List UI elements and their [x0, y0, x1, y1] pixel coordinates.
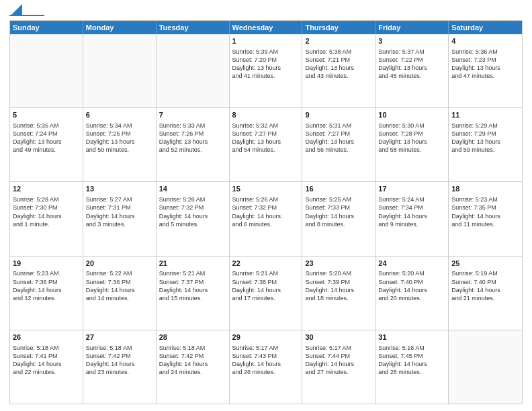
day-number: 3 [378, 36, 445, 46]
cell-line-2: Daylight: 14 hours [86, 212, 153, 220]
cell-line-3: and 14 minutes. [86, 294, 153, 302]
day-number: 21 [159, 259, 226, 269]
cell-line-2: Daylight: 14 hours [86, 360, 153, 368]
cell-line-2: Daylight: 14 hours [378, 286, 445, 294]
day-number: 10 [378, 110, 445, 120]
cell-line-3: and 47 minutes. [451, 72, 519, 80]
cell-line-1: Sunset: 7:34 PM [378, 203, 445, 212]
cell-line-0: Sunrise: 5:21 AM [232, 269, 300, 277]
day-number: 7 [159, 110, 226, 120]
cell-line-3: and 22 minutes. [13, 368, 80, 376]
cell-line-0: Sunrise: 5:29 AM [451, 122, 519, 130]
cell-line-0: Sunrise: 5:35 AM [13, 122, 80, 130]
cell-line-2: Daylight: 14 hours [86, 286, 153, 294]
cell-line-1: Sunset: 7:22 PM [378, 56, 445, 64]
cell-line-2: Daylight: 14 hours [378, 360, 445, 368]
cell-line-1: Sunset: 7:41 PM [13, 352, 80, 360]
calendar-cell-r2-c6: 18Sunrise: 5:23 AMSunset: 7:35 PMDayligh… [449, 182, 522, 255]
weekday-header-tuesday: Tuesday [157, 21, 230, 34]
calendar-row-2: 12Sunrise: 5:28 AMSunset: 7:30 PMDayligh… [10, 182, 522, 256]
cell-line-0: Sunrise: 5:34 AM [86, 122, 153, 130]
cell-line-2: Daylight: 14 hours [159, 360, 226, 368]
day-number: 6 [86, 110, 153, 120]
calendar-cell-r4-c6 [449, 330, 522, 404]
day-number: 9 [305, 110, 372, 120]
logo [9, 7, 44, 16]
cell-line-3: and 23 minutes. [86, 368, 153, 376]
calendar-cell-r3-c2: 21Sunrise: 5:21 AMSunset: 7:37 PMDayligh… [157, 257, 230, 330]
calendar-row-4: 26Sunrise: 5:18 AMSunset: 7:41 PMDayligh… [10, 330, 522, 404]
cell-line-2: Daylight: 13 hours [159, 138, 226, 146]
calendar-body: 1Sunrise: 5:39 AMSunset: 7:20 PMDaylight… [10, 34, 522, 404]
cell-line-2: Daylight: 14 hours [305, 286, 372, 294]
cell-line-0: Sunrise: 5:31 AM [305, 122, 372, 130]
cell-line-0: Sunrise: 5:25 AM [305, 195, 372, 203]
day-number: 11 [451, 110, 519, 120]
calendar-cell-r1-c4: 9Sunrise: 5:31 AMSunset: 7:27 PMDaylight… [302, 108, 375, 181]
cell-line-2: Daylight: 14 hours [451, 212, 519, 220]
day-number: 15 [232, 184, 300, 194]
cell-line-2: Daylight: 14 hours [232, 212, 300, 220]
calendar-cell-r2-c1: 13Sunrise: 5:27 AMSunset: 7:31 PMDayligh… [83, 182, 157, 255]
cell-line-0: Sunrise: 5:33 AM [159, 122, 226, 130]
cell-line-2: Daylight: 13 hours [13, 138, 80, 146]
calendar-cell-r0-c6: 4Sunrise: 5:36 AMSunset: 7:23 PMDaylight… [449, 34, 522, 107]
cell-line-1: Sunset: 7:44 PM [305, 352, 372, 360]
weekday-header-monday: Monday [83, 21, 157, 34]
cell-line-1: Sunset: 7:31 PM [86, 203, 153, 212]
cell-line-1: Sunset: 7:24 PM [13, 130, 80, 138]
cell-line-2: Daylight: 13 hours [86, 138, 153, 146]
calendar-header: SundayMondayTuesdayWednesdayThursdayFrid… [10, 21, 522, 34]
day-number: 18 [451, 184, 519, 194]
cell-line-1: Sunset: 7:28 PM [378, 130, 445, 138]
cell-line-0: Sunrise: 5:17 AM [305, 344, 372, 352]
calendar-cell-r4-c0: 26Sunrise: 5:18 AMSunset: 7:41 PMDayligh… [10, 330, 83, 404]
cell-line-0: Sunrise: 5:23 AM [13, 269, 80, 277]
cell-line-3: and 1 minute. [13, 220, 80, 228]
cell-line-0: Sunrise: 5:26 AM [159, 195, 226, 203]
cell-line-1: Sunset: 7:33 PM [305, 203, 372, 212]
cell-line-1: Sunset: 7:36 PM [13, 278, 80, 286]
day-number: 25 [451, 259, 519, 269]
day-number: 23 [305, 259, 372, 269]
cell-line-0: Sunrise: 5:30 AM [378, 122, 445, 130]
calendar-cell-r0-c3: 1Sunrise: 5:39 AMSunset: 7:20 PMDaylight… [230, 34, 303, 107]
cell-line-3: and 21 minutes. [451, 294, 519, 302]
cell-line-0: Sunrise: 5:21 AM [159, 269, 226, 277]
cell-line-2: Daylight: 13 hours [232, 138, 300, 146]
cell-line-3: and 11 minutes. [451, 220, 519, 228]
calendar-cell-r2-c5: 17Sunrise: 5:24 AMSunset: 7:34 PMDayligh… [375, 182, 449, 255]
calendar-cell-r4-c1: 27Sunrise: 5:18 AMSunset: 7:42 PMDayligh… [83, 330, 157, 404]
cell-line-3: and 41 minutes. [232, 72, 300, 80]
calendar-cell-r3-c6: 25Sunrise: 5:19 AMSunset: 7:40 PMDayligh… [449, 257, 522, 330]
cell-line-3: and 15 minutes. [159, 294, 226, 302]
cell-line-0: Sunrise: 5:19 AM [451, 269, 519, 277]
cell-line-0: Sunrise: 5:36 AM [451, 48, 519, 56]
cell-line-3: and 9 minutes. [378, 220, 445, 228]
cell-line-0: Sunrise: 5:32 AM [232, 122, 300, 130]
cell-line-2: Daylight: 14 hours [13, 286, 80, 294]
cell-line-3: and 28 minutes. [378, 368, 445, 376]
cell-line-1: Sunset: 7:39 PM [305, 278, 372, 286]
calendar-cell-r0-c1 [83, 34, 157, 107]
weekday-header-saturday: Saturday [449, 21, 522, 34]
cell-line-0: Sunrise: 5:26 AM [232, 195, 300, 203]
cell-line-0: Sunrise: 5:23 AM [451, 195, 519, 203]
cell-line-3: and 20 minutes. [378, 294, 445, 302]
cell-line-3: and 17 minutes. [232, 294, 300, 302]
cell-line-1: Sunset: 7:35 PM [451, 203, 519, 212]
cell-line-3: and 58 minutes. [378, 146, 445, 154]
cell-line-0: Sunrise: 5:20 AM [305, 269, 372, 277]
cell-line-1: Sunset: 7:27 PM [305, 130, 372, 138]
cell-line-0: Sunrise: 5:20 AM [378, 269, 445, 277]
cell-line-0: Sunrise: 5:16 AM [378, 344, 445, 352]
day-number: 2 [305, 36, 372, 46]
weekday-header-friday: Friday [375, 21, 449, 34]
cell-line-2: Daylight: 13 hours [451, 64, 519, 72]
cell-line-3: and 12 minutes. [13, 294, 80, 302]
cell-line-2: Daylight: 14 hours [232, 360, 300, 368]
header [9, 7, 523, 16]
cell-line-2: Daylight: 13 hours [378, 138, 445, 146]
cell-line-1: Sunset: 7:21 PM [305, 56, 372, 64]
calendar-cell-r1-c6: 11Sunrise: 5:29 AMSunset: 7:29 PMDayligh… [449, 108, 522, 181]
